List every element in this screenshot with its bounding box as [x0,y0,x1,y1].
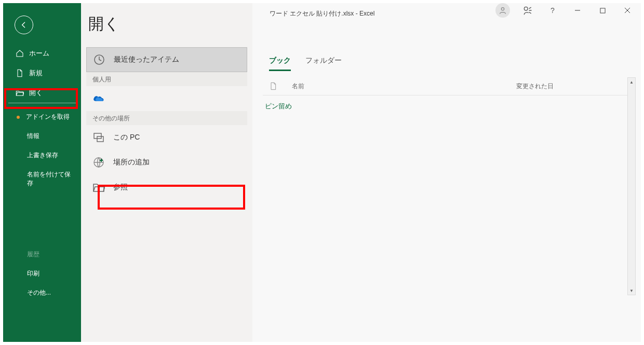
scroll-up-icon[interactable]: ▲ [628,78,635,86]
nav-save-label: 上書き保存 [27,151,58,160]
tab-folder[interactable]: フォルダー [305,56,342,71]
svg-rect-2 [97,136,103,142]
nav-print[interactable]: 印刷 [3,264,81,283]
minimize-button[interactable] [566,3,589,18]
page-title: 開く [88,13,252,35]
nav-history-label: 履歴 [27,250,39,259]
section-personal: 個人用 [86,72,247,86]
tab-book[interactable]: ブック [269,56,291,71]
nav-open-label: 開く [29,88,43,98]
scroll-down-icon[interactable]: ▼ [628,286,635,295]
svg-point-5 [524,7,528,10]
maximize-button[interactable] [591,3,614,18]
window-title: ワード エクセル 貼り付け.xlsx - Excel [270,9,375,18]
place-recent-label: 最近使ったアイテム [114,55,179,64]
folder-icon [92,181,105,194]
folder-open-icon [16,89,24,97]
maximize-icon [600,8,606,13]
pc-icon [92,131,105,144]
nav-new-label: 新規 [29,68,43,78]
place-thispc[interactable]: この PC [86,125,247,150]
close-icon [624,7,630,13]
nav-history: 履歴 [3,245,81,264]
help-button[interactable]: ? [541,3,564,18]
help-icon: ? [551,6,555,15]
svg-point-4 [501,8,504,10]
home-icon [16,49,24,58]
place-browse-label: 参照 [113,183,128,192]
place-browse[interactable]: 参照 [86,175,247,200]
nav-home-label: ホーム [29,49,49,58]
nav-save[interactable]: 上書き保存 [3,146,81,165]
section-other: その他の場所 [86,111,247,125]
back-button[interactable] [15,16,33,34]
nav-print-label: 印刷 [27,269,39,278]
nav-saveas[interactable]: 名前を付けて保存 [3,165,81,193]
content-area: ? ワード エクセル 貼り付け.xlsx - Excel ブック フォルダー 名… [252,3,641,342]
clock-icon [93,53,105,66]
nav-other-label: その他... [27,288,51,297]
avatar-icon [495,3,510,18]
add-location-icon [92,156,105,169]
nav-open[interactable]: 開く [8,83,76,103]
place-addlocation[interactable]: 場所の追加 [86,150,247,175]
close-button[interactable] [616,3,639,18]
svg-rect-6 [600,8,605,12]
place-addlocation-label: 場所の追加 [113,158,150,167]
backstage-sidebar: ホーム 新規 開く アドインを取得 情報 上書き保存 名前を付けて保存 履歴 印… [3,3,81,342]
addins-indicator-icon [17,116,20,119]
account-button[interactable] [491,3,514,18]
file-list-header: 名前 変更された日 [263,77,633,95]
pinned-section: ピン留め [263,95,633,117]
arrow-left-icon [20,21,28,29]
col-name[interactable]: 名前 [292,82,304,91]
document-icon [269,81,277,91]
file-tabs: ブック フォルダー [252,20,641,71]
document-icon [16,69,24,77]
onedrive-icon [92,92,105,105]
coming-soon-button[interactable] [516,3,539,18]
nav-addins-label: アドインを取得 [26,113,70,121]
place-recent[interactable]: 最近使ったアイテム [86,47,247,72]
nav-other[interactable]: その他... [3,283,81,302]
svg-rect-1 [94,133,101,139]
place-onedrive[interactable] [86,86,247,111]
col-date[interactable]: 変更された日 [516,82,554,91]
nav-addins[interactable]: アドインを取得 [3,107,81,127]
nav-info[interactable]: 情報 [3,127,81,146]
scrollbar[interactable]: ▲ ▼ [627,77,636,295]
nav-info-label: 情報 [27,132,39,141]
megaphone-icon [522,5,533,16]
nav-home[interactable]: ホーム [3,44,81,63]
nav-new[interactable]: 新規 [3,63,81,83]
nav-saveas-label: 名前を付けて保存 [27,170,76,188]
minimize-icon [574,7,581,13]
place-thispc-label: この PC [113,133,140,142]
places-panel: 開く 最近使ったアイテム 個人用 その他の場所 この PC [81,3,252,342]
